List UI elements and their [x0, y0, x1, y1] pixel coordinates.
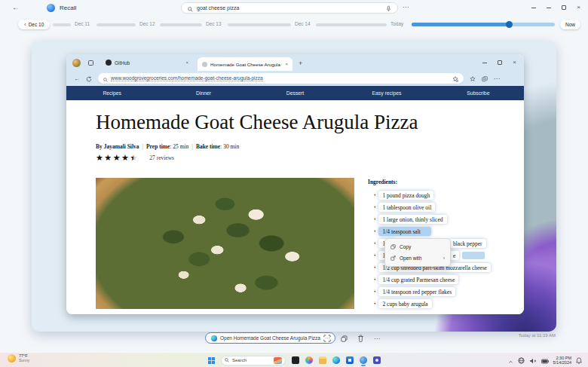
tab-actions-icon[interactable] — [88, 60, 93, 66]
refresh-icon[interactable] — [86, 72, 92, 85]
ingredient-row[interactable]: •1 large onion, thinly sliced — [374, 215, 447, 224]
ingredient-text[interactable]: 1 tablespoon olive oil — [378, 203, 435, 212]
submenu-chevron-icon: › — [443, 255, 445, 261]
copy-label: Copy — [400, 244, 411, 249]
store-icon[interactable] — [346, 356, 354, 364]
timeline-segment[interactable] — [228, 23, 291, 26]
battery-icon[interactable] — [541, 353, 549, 367]
context-menu-copy[interactable]: Copy — [385, 241, 450, 252]
ingredient-text[interactable]: 1/4 teaspoon red pepper flakes — [378, 287, 455, 296]
minimize-button[interactable] — [547, 8, 551, 8]
browser-close-button[interactable]: × — [513, 60, 516, 65]
url-text[interactable]: www.woodgrovegroceries.com/homemade-goat… — [111, 75, 263, 81]
open-app-button[interactable]: Open Homemade Goat Cheese Arugula Pizza … — [205, 332, 335, 344]
timeline-date[interactable]: Dec 14 — [295, 21, 311, 26]
browser-minimize-button[interactable] — [482, 63, 487, 63]
ingredient-text[interactable]: 1 pound pizza dough — [378, 191, 433, 200]
ingredient-row[interactable]: •1 tablespoon olive oil — [374, 203, 435, 212]
timeline-today-label[interactable]: Today — [390, 21, 403, 26]
nav-recipes[interactable]: Recipes — [66, 90, 158, 96]
screenshot-button[interactable] — [323, 334, 332, 343]
start-button[interactable] — [208, 353, 215, 367]
now-button[interactable]: Now — [560, 20, 580, 29]
tab-github[interactable]: GitHub × — [101, 54, 193, 71]
snapshot-panel[interactable]: GitHub × Homemade Goat Cheese Arugula Pi… — [32, 41, 556, 332]
tab-label: GitHub — [115, 60, 182, 66]
ingredient-text[interactable]: 2 cups baby arugula — [378, 299, 431, 308]
bake-value: : 30 min — [220, 143, 239, 150]
ingredient-fragment[interactable]: black pepper — [449, 239, 486, 248]
microphone-icon[interactable] — [386, 2, 391, 15]
taskbar-search-input[interactable]: Search — [221, 356, 286, 365]
rating: ★★★★ ★★ 27 reviews — [96, 153, 174, 163]
new-tab-button[interactable]: + — [299, 60, 302, 67]
timeline-date[interactable]: Dec 12 — [139, 21, 155, 26]
dash-button[interactable] — [531, 8, 536, 8]
tab-label: Homemade Goat Cheese Arugula Pizz — [210, 62, 282, 67]
ingredients-heading: Ingredients: — [368, 179, 397, 185]
browser-menu-button[interactable]: ⋯ — [494, 75, 501, 82]
ingredient-fragment[interactable]: e — [449, 251, 459, 260]
context-menu-open-with[interactable]: Open with › — [385, 252, 450, 264]
favorites-icon[interactable] — [470, 72, 476, 85]
edge-browser-icon[interactable] — [332, 356, 340, 364]
tray-chevron-up-icon[interactable] — [508, 353, 513, 367]
browser-window[interactable]: GitHub × Homemade Goat Cheese Arugula Pi… — [66, 54, 524, 314]
timeline-slider-thumb[interactable] — [506, 21, 513, 28]
snapshot-more-button[interactable]: ⋯ — [372, 334, 381, 343]
author: By Jayamali Silva — [96, 143, 139, 150]
widgets-icon[interactable] — [292, 356, 299, 364]
copy-snapshot-button[interactable] — [339, 334, 348, 343]
recall-app-icon-active[interactable] — [360, 356, 367, 364]
timeline-segment[interactable] — [316, 23, 387, 26]
ingredient-text-selected[interactable]: 1/4 teaspoon salt — [378, 227, 430, 236]
bullet-icon: • — [374, 265, 375, 271]
ingredient-text[interactable]: 1/4 cup grated Parmesan cheese — [378, 275, 458, 284]
speaker-mute-icon[interactable] — [529, 353, 537, 367]
recall-search-input[interactable]: goat cheese pizza — [181, 2, 398, 14]
close-tab-icon[interactable]: × — [285, 62, 288, 66]
timeline-date[interactable]: Dec 11 — [75, 21, 90, 26]
tab-recipe-active[interactable]: Homemade Goat Cheese Arugula Pizz × — [198, 57, 292, 71]
timeline-segment[interactable] — [96, 23, 136, 26]
network-globe-icon[interactable] — [518, 353, 525, 367]
weather-widget[interactable]: 77°FSunny — [8, 353, 29, 362]
ingredient-row-selected[interactable]: •1/4 teaspoon salt — [374, 227, 431, 236]
maximize-button[interactable] — [562, 5, 566, 10]
close-button[interactable]: × — [577, 5, 580, 10]
add-favorite-icon[interactable] — [452, 72, 458, 85]
search-icon — [103, 72, 108, 85]
collections-icon[interactable] — [482, 72, 488, 85]
url-field[interactable]: www.woodgrovegroceries.com/homemade-goat… — [98, 73, 464, 84]
nav-dessert[interactable]: Dessert — [250, 90, 341, 96]
timeline-segment[interactable] — [160, 23, 202, 26]
timeline-segment[interactable] — [53, 23, 71, 26]
ingredient-row[interactable]: •1 pound pizza dough — [374, 191, 433, 200]
pizza-photo[interactable] — [96, 178, 354, 309]
file-explorer-icon[interactable] — [319, 356, 326, 364]
ingredient-row[interactable]: •2 cups baby arugula — [374, 299, 432, 308]
timeline-selected-date[interactable]: ‹ Dec 10 — [18, 20, 50, 29]
more-options-button[interactable]: ⋯ — [403, 4, 409, 11]
bullet-icon: • — [374, 204, 375, 210]
timeline-date[interactable]: Dec 13 — [206, 21, 222, 26]
browser-maximize-button[interactable] — [498, 60, 502, 65]
nav-easy-recipes[interactable]: Easy recipes — [341, 90, 432, 96]
back-button[interactable]: ← — [12, 3, 20, 11]
clock[interactable]: 2:30 PM 5/14/2024 — [553, 356, 571, 365]
delete-snapshot-button[interactable] — [356, 334, 365, 343]
close-tab-icon[interactable]: × — [185, 60, 188, 65]
nav-dinner[interactable]: Dinner — [158, 90, 249, 96]
ingredient-text[interactable]: 1 large onion, thinly sliced — [378, 215, 446, 224]
ingredient-row[interactable]: •1/4 cup grated Parmesan cheese — [374, 275, 458, 284]
notification-bell-icon[interactable] — [576, 353, 582, 367]
ingredient-row[interactable]: •1/4 teaspoon red pepper flakes — [374, 287, 455, 296]
browser-back-button[interactable]: ← — [74, 75, 80, 82]
copilot-icon[interactable] — [305, 356, 313, 364]
nav-subscribe[interactable]: Subscribe — [433, 90, 524, 96]
separator: | — [191, 143, 193, 150]
app-title: Recall — [60, 5, 76, 11]
profile-avatar[interactable] — [72, 59, 81, 67]
search-icon — [225, 358, 229, 363]
teams-icon[interactable] — [373, 356, 381, 364]
